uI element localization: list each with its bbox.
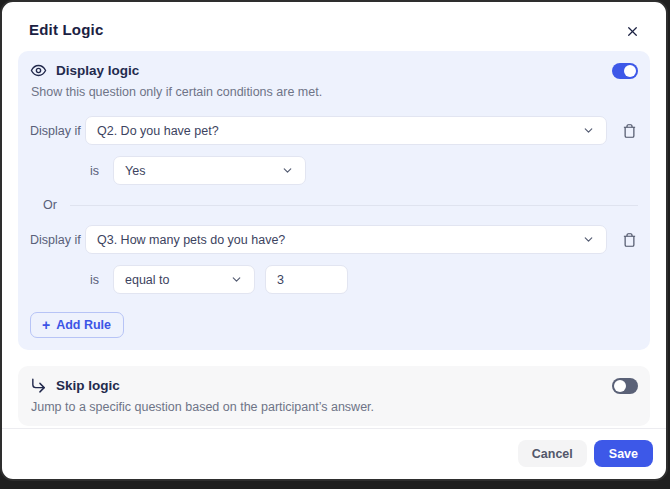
modal-header: Edit Logic xyxy=(2,2,666,51)
rule-row-1-operator: is Yes xyxy=(90,156,638,185)
divider-line xyxy=(70,205,638,206)
display-logic-toggle[interactable] xyxy=(612,63,638,79)
or-divider: Or xyxy=(43,198,638,212)
add-rule-button[interactable]: + Add Rule xyxy=(30,312,124,338)
trash-icon xyxy=(622,123,637,139)
close-icon xyxy=(626,23,639,36)
delete-rule-2-button[interactable] xyxy=(620,230,638,250)
skip-logic-section: Skip logic Jump to a specific question b… xyxy=(18,366,650,426)
is-label: is xyxy=(90,164,104,178)
modal-footer: Cancel Save xyxy=(2,428,666,479)
edit-logic-modal: Edit Logic Display logic Show this quest… xyxy=(0,0,668,481)
modal-title: Edit Logic xyxy=(29,21,104,38)
question-select-1-value: Q2. Do you have pet? xyxy=(97,124,219,138)
add-rule-label: Add Rule xyxy=(56,318,111,332)
close-button[interactable] xyxy=(622,19,642,39)
skip-logic-header: Skip logic xyxy=(30,377,638,394)
cancel-button[interactable]: Cancel xyxy=(518,440,587,467)
display-if-label: Display if xyxy=(30,124,85,138)
value-input[interactable] xyxy=(265,265,348,294)
save-button[interactable]: Save xyxy=(594,440,653,467)
skip-logic-toggle[interactable] xyxy=(612,378,638,394)
chevron-down-icon xyxy=(582,124,595,137)
toggle-knob xyxy=(624,65,636,77)
rule-row-1: Display if Q2. Do you have pet? xyxy=(30,116,638,145)
is-label: is xyxy=(90,273,104,287)
answer-select-1-value: Yes xyxy=(125,164,145,178)
operator-select-2[interactable]: equal to xyxy=(113,265,255,294)
rule-row-2: Display if Q3. How many pets do you have… xyxy=(30,225,638,254)
chevron-down-icon xyxy=(582,233,595,246)
answer-select-1[interactable]: Yes xyxy=(113,156,306,185)
rule-row-2-operator: is equal to xyxy=(90,265,638,294)
modal-body: Display logic Show this question only if… xyxy=(2,51,666,428)
chevron-down-icon xyxy=(230,273,243,286)
display-logic-title: Display logic xyxy=(56,63,139,78)
or-label: Or xyxy=(43,198,57,212)
skip-logic-description: Jump to a specific question based on the… xyxy=(31,400,638,414)
skip-arrow-icon xyxy=(30,377,47,394)
eye-icon xyxy=(30,62,47,79)
display-logic-header: Display logic xyxy=(30,62,638,79)
operator-select-2-value: equal to xyxy=(125,273,169,287)
trash-icon xyxy=(622,232,637,248)
toggle-knob xyxy=(614,380,626,392)
display-logic-description: Show this question only if certain condi… xyxy=(31,85,638,99)
chevron-down-icon xyxy=(281,164,294,177)
plus-icon: + xyxy=(42,318,50,332)
delete-rule-1-button[interactable] xyxy=(620,121,638,141)
display-logic-section: Display logic Show this question only if… xyxy=(18,51,650,350)
skip-logic-title: Skip logic xyxy=(56,378,120,393)
question-select-2[interactable]: Q3. How many pets do you have? xyxy=(85,225,607,254)
question-select-1[interactable]: Q2. Do you have pet? xyxy=(85,116,607,145)
question-select-2-value: Q3. How many pets do you have? xyxy=(97,233,285,247)
display-if-label: Display if xyxy=(30,233,85,247)
